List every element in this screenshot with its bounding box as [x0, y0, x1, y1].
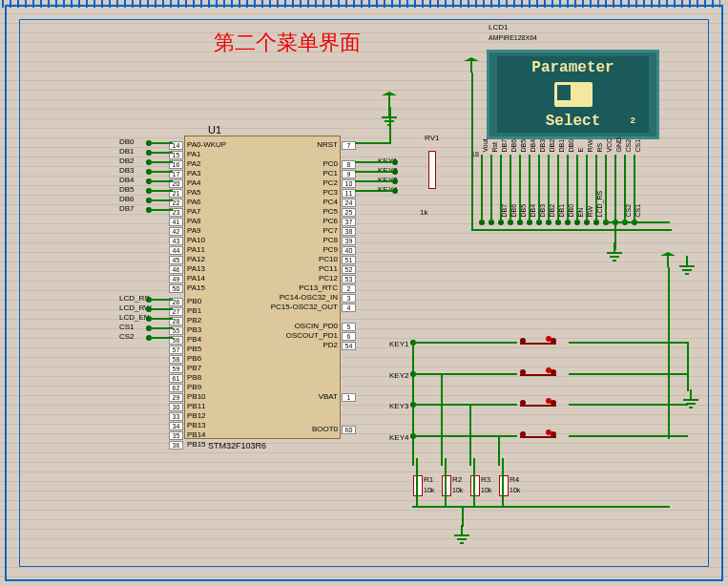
potentiometer[interactable] [425, 134, 444, 205]
pin-num: 40 [340, 245, 356, 255]
wire [148, 180, 173, 182]
wire [614, 155, 616, 221]
pin-PC7: PC7 [322, 226, 338, 235]
lcd-pin-RS: RS [596, 143, 603, 153]
wire [586, 155, 588, 221]
pin-PB9: PB9 [187, 383, 201, 391]
pin-PB8: PB8 [187, 373, 201, 382]
pin-PC12: PC12 [319, 274, 338, 283]
wire [355, 171, 393, 173]
led-indicator [546, 429, 551, 435]
wire [389, 107, 391, 143]
lcd-pin-VCC: VCC [606, 138, 613, 153]
pin-BOOT0: BOOT0 [312, 425, 338, 433]
net-label: CS1 [119, 323, 135, 331]
wire [148, 161, 173, 163]
pin-PA6: PA6 [187, 198, 201, 206]
net-label: DB1 [119, 147, 135, 156]
stm32-chip[interactable]: PA0-WKUP14PA115PA216PA317PA420PA521PA622… [184, 136, 341, 439]
wire [687, 342, 689, 391]
lcd-pin-R/W: R/W [587, 139, 593, 153]
wire [473, 458, 475, 508]
page-title: 第二个菜单界面 [214, 29, 361, 57]
pin-num: 53 [340, 274, 356, 283]
pin-PA1: PA1 [187, 150, 201, 158]
vcc-right [660, 248, 676, 258]
gnd-right [679, 265, 695, 277]
pin-num: 5 [340, 322, 356, 331]
net-label: CS2 [119, 332, 135, 341]
key-label: KEY4 [389, 433, 408, 442]
pin-PB13: PB13 [187, 421, 206, 429]
wire [490, 155, 492, 221]
pin-num: 41 [169, 217, 185, 226]
lcd-pin-CS1: CS1 [634, 139, 641, 153]
pin-OSCOUT_PD1: OSCOUT_PD1 [286, 331, 338, 340]
pin-PA7: PA7 [187, 207, 201, 216]
lcd-part: AMPIRE128X64 [489, 34, 537, 41]
wire [529, 155, 530, 221]
pin-num: 7 [340, 140, 356, 150]
wire [498, 435, 500, 466]
wire [567, 155, 569, 221]
pin-PB10: PB10 [187, 392, 206, 401]
pin-num: 9 [340, 169, 356, 178]
rv1-val: 1k [420, 208, 427, 217]
wire [569, 342, 688, 344]
net-label: LCD_EN [119, 313, 150, 322]
pin-PB14: PB14 [187, 430, 206, 439]
pin-PA10: PA10 [187, 236, 205, 244]
net-label: DB5 [119, 185, 135, 194]
pin-num: 50 [169, 283, 185, 293]
key-label: KEY1 [389, 340, 408, 348]
pin-PC11: PC11 [319, 264, 338, 273]
lcd-pin-DB3: DB3 [539, 139, 546, 153]
lcd-component[interactable]: Parameter Select2 [487, 50, 659, 139]
wire [481, 155, 483, 221]
wire [148, 142, 173, 144]
wire [441, 373, 443, 466]
pin-PC5: PC5 [322, 207, 338, 216]
pin-PA8: PA8 [187, 217, 201, 225]
wire [569, 373, 688, 375]
wire [148, 327, 173, 329]
pin-num: 34 [169, 421, 185, 430]
lcd-pin-E: E [577, 148, 584, 153]
wire [557, 155, 559, 221]
wire [412, 373, 517, 375]
net-label: DB3 [119, 166, 135, 175]
pin-num: 43 [169, 236, 185, 245]
pin-PA2: PA2 [187, 159, 201, 168]
pin-num: 35 [169, 430, 185, 440]
wire [576, 155, 578, 221]
vcc-lcd [464, 53, 479, 63]
net-label: DB2 [119, 157, 135, 165]
schematic-canvas[interactable]: 第二个菜单界面 U1 PA0-WKUP14PA115PA216PA317PA42… [0, 0, 728, 586]
pin-PA4: PA4 [187, 178, 201, 187]
pin-PA9: PA9 [187, 226, 201, 235]
wire [148, 318, 173, 320]
vcc-nrst [382, 88, 397, 97]
pin-num: 39 [340, 236, 356, 245]
wire [538, 155, 540, 221]
pin-num: 61 [169, 373, 185, 383]
pin-PB11: PB11 [187, 402, 206, 410]
pin-num: 58 [169, 354, 185, 364]
pin-PB0: PB0 [187, 297, 201, 305]
wire [412, 404, 517, 406]
lcd-pin-DB2: DB2 [549, 139, 555, 153]
pin-PA5: PA5 [187, 188, 201, 197]
pin-num: 54 [340, 341, 356, 350]
pin-PB12: PB12 [187, 411, 206, 420]
pin-PD2: PD2 [322, 341, 338, 349]
pin-PC0: PC0 [322, 159, 338, 168]
pin-PC10: PC10 [319, 255, 338, 263]
pin-num: 10 [340, 178, 356, 188]
wire [605, 155, 607, 221]
wire [510, 155, 511, 221]
pin-num: 4 [340, 303, 356, 312]
pin-PB6: PB6 [187, 354, 201, 363]
pin-PB2: PB2 [187, 316, 201, 324]
wire [148, 199, 173, 201]
lcd-pin-DB6: DB6 [510, 139, 517, 153]
